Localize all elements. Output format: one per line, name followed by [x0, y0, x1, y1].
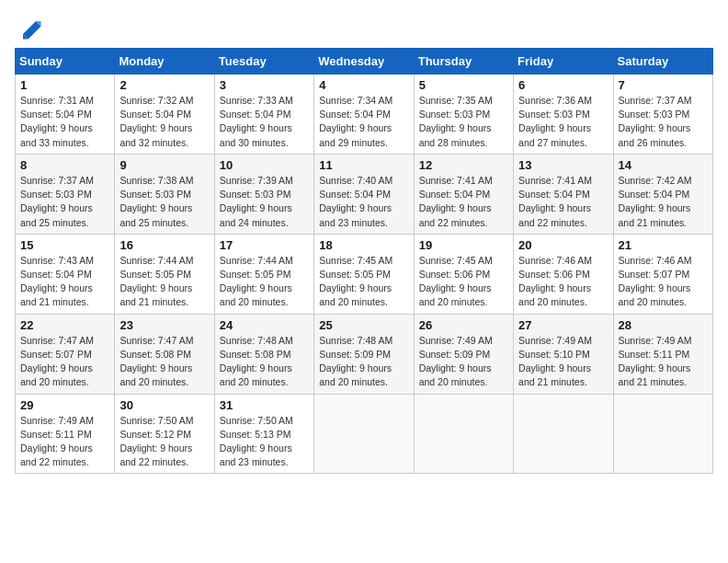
calendar-day-3: 3 Sunrise: 7:33 AM Sunset: 5:04 PM Dayli…: [214, 75, 313, 155]
day-number: 31: [220, 398, 309, 412]
weekday-header-saturday: Saturday: [613, 49, 712, 75]
calendar-week-1: 1 Sunrise: 7:31 AM Sunset: 5:04 PM Dayli…: [16, 75, 713, 155]
day-info: Sunrise: 7:36 AM Sunset: 5:03 PM Dayligh…: [518, 94, 608, 150]
day-info: Sunrise: 7:44 AM Sunset: 5:05 PM Dayligh…: [220, 254, 309, 310]
day-number: 1: [20, 78, 109, 92]
calendar-day-26: 26 Sunrise: 7:49 AM Sunset: 5:09 PM Dayl…: [414, 314, 513, 394]
day-info: Sunrise: 7:33 AM Sunset: 5:04 PM Dayligh…: [220, 94, 309, 150]
empty-cell: [613, 394, 712, 474]
calendar-day-2: 2 Sunrise: 7:32 AM Sunset: 5:04 PM Dayli…: [115, 75, 214, 155]
calendar-day-14: 14 Sunrise: 7:42 AM Sunset: 5:04 PM Dayl…: [613, 154, 712, 234]
calendar-day-19: 19 Sunrise: 7:45 AM Sunset: 5:06 PM Dayl…: [414, 234, 513, 314]
day-number: 18: [319, 238, 408, 252]
day-info: Sunrise: 7:43 AM Sunset: 5:04 PM Dayligh…: [20, 254, 109, 310]
day-info: Sunrise: 7:49 AM Sunset: 5:11 PM Dayligh…: [20, 414, 109, 470]
weekday-header-row: SundayMondayTuesdayWednesdayThursdayFrid…: [16, 49, 713, 75]
day-info: Sunrise: 7:44 AM Sunset: 5:05 PM Dayligh…: [119, 254, 209, 310]
calendar-week-2: 8 Sunrise: 7:37 AM Sunset: 5:03 PM Dayli…: [16, 154, 713, 234]
calendar-day-9: 9 Sunrise: 7:38 AM Sunset: 5:03 PM Dayli…: [115, 154, 214, 234]
logo: [15, 15, 42, 40]
calendar-week-5: 29 Sunrise: 7:49 AM Sunset: 5:11 PM Dayl…: [16, 394, 713, 474]
day-info: Sunrise: 7:48 AM Sunset: 5:09 PM Dayligh…: [319, 334, 408, 390]
day-info: Sunrise: 7:40 AM Sunset: 5:04 PM Dayligh…: [319, 174, 408, 230]
calendar-day-24: 24 Sunrise: 7:48 AM Sunset: 5:08 PM Dayl…: [214, 314, 313, 394]
day-number: 16: [119, 238, 209, 252]
weekday-header-friday: Friday: [514, 49, 613, 75]
day-number: 22: [20, 318, 109, 332]
calendar-day-11: 11 Sunrise: 7:40 AM Sunset: 5:04 PM Dayl…: [314, 154, 414, 234]
day-number: 23: [119, 318, 209, 332]
day-info: Sunrise: 7:31 AM Sunset: 5:04 PM Dayligh…: [20, 94, 109, 150]
day-info: Sunrise: 7:41 AM Sunset: 5:04 PM Dayligh…: [518, 174, 608, 230]
calendar-day-8: 8 Sunrise: 7:37 AM Sunset: 5:03 PM Dayli…: [16, 154, 115, 234]
weekday-header-sunday: Sunday: [16, 49, 115, 75]
day-info: Sunrise: 7:38 AM Sunset: 5:03 PM Dayligh…: [119, 174, 209, 230]
calendar-day-4: 4 Sunrise: 7:34 AM Sunset: 5:04 PM Dayli…: [314, 75, 414, 155]
day-number: 15: [20, 238, 109, 252]
day-info: Sunrise: 7:50 AM Sunset: 5:12 PM Dayligh…: [119, 414, 209, 470]
calendar-day-17: 17 Sunrise: 7:44 AM Sunset: 5:05 PM Dayl…: [214, 234, 313, 314]
day-number: 2: [119, 78, 209, 92]
day-number: 8: [20, 158, 109, 172]
weekday-header-monday: Monday: [115, 49, 214, 75]
day-info: Sunrise: 7:45 AM Sunset: 5:06 PM Dayligh…: [419, 254, 508, 310]
day-info: Sunrise: 7:48 AM Sunset: 5:08 PM Dayligh…: [220, 334, 309, 390]
calendar-day-21: 21 Sunrise: 7:46 AM Sunset: 5:07 PM Dayl…: [613, 234, 712, 314]
day-info: Sunrise: 7:49 AM Sunset: 5:09 PM Dayligh…: [419, 334, 508, 390]
weekday-header-tuesday: Tuesday: [214, 49, 313, 75]
calendar-day-20: 20 Sunrise: 7:46 AM Sunset: 5:06 PM Dayl…: [514, 234, 613, 314]
day-number: 3: [220, 78, 309, 92]
day-number: 5: [419, 78, 508, 92]
day-info: Sunrise: 7:47 AM Sunset: 5:08 PM Dayligh…: [119, 334, 209, 390]
empty-cell: [314, 394, 414, 474]
day-number: 29: [20, 398, 109, 412]
day-info: Sunrise: 7:34 AM Sunset: 5:04 PM Dayligh…: [319, 94, 408, 150]
day-info: Sunrise: 7:49 AM Sunset: 5:10 PM Dayligh…: [518, 334, 608, 390]
day-number: 27: [518, 318, 608, 332]
day-number: 30: [119, 398, 209, 412]
day-info: Sunrise: 7:47 AM Sunset: 5:07 PM Dayligh…: [20, 334, 109, 390]
calendar-day-13: 13 Sunrise: 7:41 AM Sunset: 5:04 PM Dayl…: [514, 154, 613, 234]
day-number: 9: [119, 158, 209, 172]
day-info: Sunrise: 7:37 AM Sunset: 5:03 PM Dayligh…: [619, 94, 708, 150]
calendar-day-6: 6 Sunrise: 7:36 AM Sunset: 5:03 PM Dayli…: [514, 75, 613, 155]
day-info: Sunrise: 7:50 AM Sunset: 5:13 PM Dayligh…: [220, 414, 309, 470]
day-number: 26: [419, 318, 508, 332]
day-number: 7: [619, 78, 708, 92]
page-header: [15, 15, 713, 40]
day-info: Sunrise: 7:37 AM Sunset: 5:03 PM Dayligh…: [20, 174, 109, 230]
day-info: Sunrise: 7:41 AM Sunset: 5:04 PM Dayligh…: [419, 174, 508, 230]
day-number: 24: [220, 318, 309, 332]
calendar-day-28: 28 Sunrise: 7:49 AM Sunset: 5:11 PM Dayl…: [613, 314, 712, 394]
svg-marker-0: [23, 21, 41, 40]
calendar-day-10: 10 Sunrise: 7:39 AM Sunset: 5:03 PM Dayl…: [214, 154, 313, 234]
calendar-day-30: 30 Sunrise: 7:50 AM Sunset: 5:12 PM Dayl…: [115, 394, 214, 474]
day-info: Sunrise: 7:46 AM Sunset: 5:06 PM Dayligh…: [518, 254, 608, 310]
day-info: Sunrise: 7:42 AM Sunset: 5:04 PM Dayligh…: [619, 174, 708, 230]
day-info: Sunrise: 7:35 AM Sunset: 5:03 PM Dayligh…: [419, 94, 508, 150]
day-info: Sunrise: 7:49 AM Sunset: 5:11 PM Dayligh…: [619, 334, 708, 390]
weekday-header-thursday: Thursday: [414, 49, 513, 75]
day-number: 28: [619, 318, 708, 332]
day-number: 14: [619, 158, 708, 172]
calendar-day-23: 23 Sunrise: 7:47 AM Sunset: 5:08 PM Dayl…: [115, 314, 214, 394]
weekday-header-wednesday: Wednesday: [314, 49, 414, 75]
day-number: 21: [619, 238, 708, 252]
calendar-day-1: 1 Sunrise: 7:31 AM Sunset: 5:04 PM Dayli…: [16, 75, 115, 155]
day-number: 12: [419, 158, 508, 172]
calendar-day-18: 18 Sunrise: 7:45 AM Sunset: 5:05 PM Dayl…: [314, 234, 414, 314]
day-number: 17: [220, 238, 309, 252]
calendar-day-7: 7 Sunrise: 7:37 AM Sunset: 5:03 PM Dayli…: [613, 75, 712, 155]
day-number: 6: [518, 78, 608, 92]
logo-icon: [17, 15, 42, 40]
day-info: Sunrise: 7:46 AM Sunset: 5:07 PM Dayligh…: [619, 254, 708, 310]
day-info: Sunrise: 7:39 AM Sunset: 5:03 PM Dayligh…: [220, 174, 309, 230]
calendar-day-15: 15 Sunrise: 7:43 AM Sunset: 5:04 PM Dayl…: [16, 234, 115, 314]
calendar-day-29: 29 Sunrise: 7:49 AM Sunset: 5:11 PM Dayl…: [16, 394, 115, 474]
empty-cell: [414, 394, 513, 474]
day-number: 19: [419, 238, 508, 252]
day-info: Sunrise: 7:45 AM Sunset: 5:05 PM Dayligh…: [319, 254, 408, 310]
calendar-table: SundayMondayTuesdayWednesdayThursdayFrid…: [15, 48, 713, 474]
calendar-day-31: 31 Sunrise: 7:50 AM Sunset: 5:13 PM Dayl…: [214, 394, 313, 474]
day-number: 13: [518, 158, 608, 172]
